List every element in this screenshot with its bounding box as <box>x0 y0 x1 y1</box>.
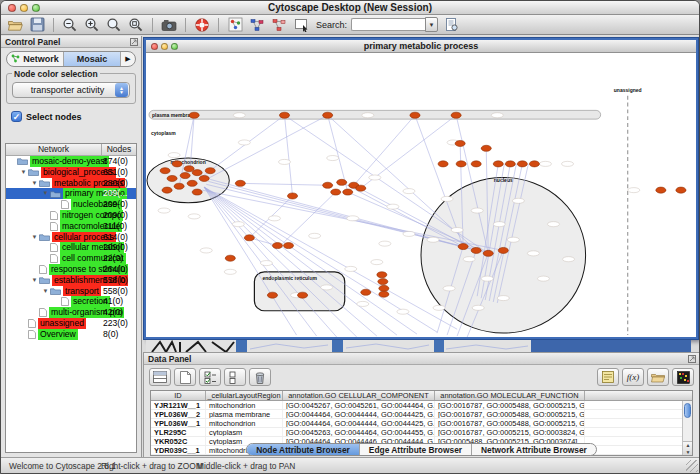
select-attributes-icon[interactable] <box>199 368 221 386</box>
network-node[interactable] <box>451 112 461 118</box>
tree-row[interactable]: ▼establishment of lo558(0) <box>6 275 136 286</box>
network-node[interactable] <box>298 292 308 298</box>
network-node[interactable] <box>498 247 508 253</box>
network-node[interactable] <box>378 279 388 285</box>
network-node[interactable] <box>172 161 182 167</box>
float-panel-icon[interactable] <box>130 38 138 48</box>
network-edge[interactable] <box>204 187 296 335</box>
tree-row[interactable]: nucleobase-209(0) <box>6 199 136 210</box>
snapshot-camera-icon[interactable] <box>160 16 178 33</box>
table-cell[interactable]: cytoplasm <box>206 428 283 436</box>
network-node[interactable] <box>493 161 503 167</box>
tree-row[interactable]: ▼transport558(0) <box>6 286 136 297</box>
tree-row[interactable]: response to stimulu264(0) <box>6 264 136 275</box>
tree-row[interactable]: ▼metabolic process280(0) <box>6 178 136 189</box>
zoom-window-button[interactable] <box>32 4 40 12</box>
network-edge[interactable] <box>204 187 357 337</box>
tree-row-label[interactable]: unassigned <box>38 318 86 329</box>
scrollbar-thumb[interactable] <box>684 403 691 418</box>
network-node[interactable] <box>192 170 202 176</box>
network-node[interactable] <box>279 112 289 118</box>
delete-attribute-icon[interactable] <box>249 368 271 386</box>
float-panel-icon[interactable] <box>688 355 696 365</box>
network-node[interactable] <box>517 161 527 167</box>
tab-network[interactable]: Network <box>7 52 64 66</box>
tree-column-nodes[interactable]: Nodes <box>102 144 136 155</box>
network-node[interactable] <box>174 183 184 189</box>
tree-row-label[interactable]: mosaic-demo-yeast <box>30 156 109 167</box>
zoom-fit-icon[interactable] <box>127 16 145 33</box>
tree-row[interactable]: secretion41(0) <box>6 296 136 307</box>
network-node[interactable] <box>377 272 387 278</box>
tree-row[interactable]: unassigned223(0) <box>6 318 136 329</box>
tree-row-label[interactable]: Overview <box>38 329 78 340</box>
network-edge[interactable] <box>285 115 293 196</box>
network-edge[interactable] <box>204 187 377 336</box>
network-node[interactable] <box>438 161 448 167</box>
network-node[interactable] <box>167 175 177 181</box>
table-cell[interactable]: YPL036W__1 <box>151 419 206 427</box>
expand-triangle-icon[interactable]: ▼ <box>30 232 39 243</box>
zoom-in-icon[interactable] <box>83 16 101 33</box>
network-node[interactable] <box>205 168 215 174</box>
network-edge[interactable] <box>354 115 415 185</box>
network-edge[interactable] <box>202 115 284 176</box>
table-cell[interactable]: [GO:0016787, GO:0005488, GO:0005215, G..… <box>435 410 585 418</box>
attribute-table-icon[interactable] <box>149 368 171 386</box>
tree-row-label[interactable]: transport <box>63 286 101 297</box>
resize-grip[interactable] <box>686 460 698 472</box>
tree-row[interactable]: ▼biological_process651(0) <box>6 167 136 178</box>
vizmapper-icon[interactable] <box>226 16 244 33</box>
network-node[interactable] <box>676 187 686 193</box>
tree-row[interactable]: ▼primary metabo209(... <box>6 188 136 199</box>
network-node[interactable] <box>180 173 190 179</box>
column-header-cellular-component[interactable]: annotation.GO CELLULAR_COMPONENT <box>283 391 435 400</box>
table-cell[interactable]: [GO:0045263, GO:0044464, GO:0044455, G..… <box>283 428 435 436</box>
formula-fx-icon[interactable]: f(x) <box>622 368 644 386</box>
tab-node-attribute-browser[interactable]: Node Attribute Browser <box>247 444 360 455</box>
annotation-select-icon[interactable] <box>292 16 310 33</box>
open-folder-icon[interactable] <box>6 16 24 33</box>
table-cell[interactable]: [GO:0016787, GO:0005488, GO:0005215, G..… <box>435 419 585 427</box>
network-node[interactable] <box>160 168 170 174</box>
network-node[interactable] <box>379 285 389 291</box>
tree-row[interactable]: Overview8(0) <box>6 329 136 340</box>
network-node[interactable] <box>455 140 465 146</box>
tab-network-attribute-browser[interactable]: Network Attribute Browser <box>472 444 596 455</box>
minimize-button[interactable] <box>20 4 28 12</box>
search-input[interactable] <box>351 18 425 31</box>
heatmap-matrix-icon[interactable] <box>672 368 694 386</box>
network-node[interactable] <box>656 187 666 193</box>
table-cell[interactable]: [GO:0044464, GO:0044444, GO:0044425, G..… <box>283 410 435 418</box>
table-row[interactable]: YLR295Ccytoplasm[GO:0045263, GO:0044464,… <box>151 428 692 437</box>
network-node[interactable] <box>379 291 389 297</box>
network-edge[interactable] <box>206 115 327 179</box>
table-cell[interactable]: YJR121W__1 <box>151 401 206 409</box>
close-icon[interactable] <box>151 43 158 50</box>
network-node[interactable] <box>323 182 333 188</box>
network-node[interactable] <box>483 250 493 256</box>
network-node[interactable] <box>337 179 347 185</box>
network-node[interactable] <box>471 247 481 253</box>
network-node[interactable] <box>323 112 333 118</box>
tree-row[interactable]: nitrogen compo209(0) <box>6 210 136 221</box>
network-node[interactable] <box>235 180 245 186</box>
table-cell[interactable]: YPL036W__2 <box>151 410 206 418</box>
select-nodes-checkbox[interactable]: ✓ <box>11 111 22 122</box>
network-node[interactable] <box>267 292 277 298</box>
table-cell[interactable]: YLR295C <box>151 428 206 436</box>
network-node[interactable] <box>529 161 539 167</box>
column-header-id[interactable]: ID <box>151 391 206 400</box>
network-node[interactable] <box>288 193 298 199</box>
network-node[interactable] <box>456 161 466 167</box>
help-lifering-icon[interactable] <box>193 16 211 33</box>
network-node[interactable] <box>343 189 353 195</box>
open-folder-icon[interactable] <box>647 368 669 386</box>
column-header-molecular-function[interactable]: annotation.GO MOLECULAR_FUNCTION <box>435 391 585 400</box>
layout-blue-network-icon[interactable] <box>248 16 266 33</box>
network-node[interactable] <box>331 189 341 195</box>
network-node[interactable] <box>361 289 371 295</box>
network-node[interactable] <box>481 145 491 151</box>
table-cell[interactable]: plasma membrane <box>206 410 283 418</box>
network-node[interactable] <box>458 244 468 250</box>
